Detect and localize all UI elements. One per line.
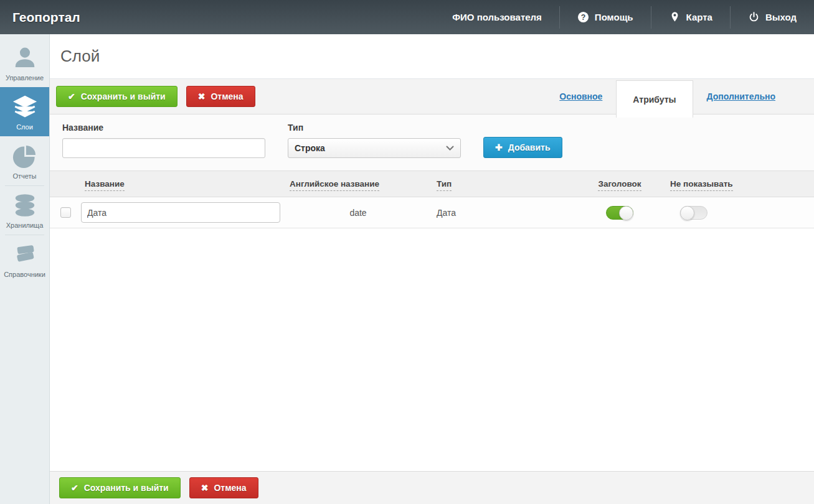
cancel-button[interactable]: ✖ Отмена — [186, 86, 255, 107]
name-input[interactable] — [62, 138, 265, 158]
save-exit-button-bottom[interactable]: ✔ Сохранить и выйти — [59, 477, 181, 498]
help-label: Помощь — [595, 12, 633, 22]
row-checkbox[interactable] — [60, 207, 71, 218]
chevron-down-icon — [446, 146, 454, 151]
add-label: Добавить — [508, 142, 551, 152]
column-header-english-name[interactable]: Английское название — [283, 179, 379, 189]
tab-main[interactable]: Основное — [546, 91, 616, 101]
sidebar-item-label: Управление — [6, 74, 44, 82]
check-icon: ✔ — [71, 483, 78, 492]
map-pin-icon — [669, 11, 681, 23]
sidebar-item-label: Хранилища — [6, 222, 44, 229]
save-exit-button[interactable]: ✔ Сохранить и выйти — [56, 86, 177, 107]
row-english-name: date — [349, 208, 366, 218]
books-icon — [12, 241, 38, 268]
map-button[interactable]: Карта — [651, 0, 730, 34]
row-type: Дата — [433, 208, 573, 218]
attribute-form: Название Тип Строка ✚ Добавить — [50, 114, 814, 170]
cancel-label-bottom: Отмена — [214, 483, 246, 493]
svg-text:?: ? — [581, 13, 586, 22]
pie-chart-icon — [12, 143, 38, 169]
app-header: Геопортал ФИО пользователя ? Помощь Карт… — [0, 0, 814, 34]
sidebar-item-label: Справочники — [4, 271, 45, 278]
toggle-knob — [680, 206, 694, 220]
page-title-bar: Слой — [50, 34, 814, 79]
help-button[interactable]: ? Помощь — [560, 0, 651, 34]
page-title: Слой — [60, 47, 100, 66]
sidebar-item-label: Отчеты — [12, 172, 36, 180]
user-icon — [12, 45, 38, 71]
empty-area — [50, 228, 814, 471]
add-button[interactable]: ✚ Добавить — [483, 137, 562, 158]
tab-additional[interactable]: Дополнительно — [693, 91, 789, 101]
toggle-knob — [619, 206, 633, 220]
column-header-type[interactable]: Тип — [433, 179, 452, 189]
user-name[interactable]: ФИО пользователя — [435, 0, 559, 34]
header-menu: ФИО пользователя ? Помощь Карта Выход — [435, 0, 814, 34]
row-hide-toggle[interactable] — [680, 206, 708, 220]
cross-icon: ✖ — [201, 483, 209, 492]
sidebar-item-layers[interactable]: Слои — [0, 87, 49, 136]
sidebar: Управление Слои Отчеты Хранилища — [0, 34, 50, 504]
name-field-label: Название — [62, 123, 265, 133]
power-icon — [748, 11, 760, 23]
tab-attributes[interactable]: Атрибуты — [616, 80, 693, 118]
user-name-label: ФИО пользователя — [452, 12, 542, 22]
cross-icon: ✖ — [198, 92, 206, 101]
sidebar-item-storages[interactable]: Хранилища — [0, 185, 49, 235]
bottom-toolbar: ✔ Сохранить и выйти ✖ Отмена — [50, 471, 814, 504]
top-toolbar: ✔ Сохранить и выйти ✖ Отмена Основное Ат… — [50, 79, 814, 114]
logout-button[interactable]: Выход — [731, 0, 814, 34]
type-select-value: Строка — [295, 143, 325, 153]
column-header-name[interactable]: Название — [81, 179, 125, 189]
sidebar-item-label: Слои — [16, 123, 33, 131]
tab-bar: Основное Атрибуты Дополнительно — [546, 79, 789, 114]
type-field-label: Тип — [288, 123, 461, 133]
row-header-toggle[interactable] — [606, 206, 633, 220]
attributes-table-header: Название Английское название Тип Заголов… — [50, 170, 814, 197]
sidebar-item-reports[interactable]: Отчеты — [0, 136, 49, 185]
check-icon: ✔ — [68, 92, 75, 101]
row-name-input[interactable] — [81, 202, 280, 223]
column-header-header[interactable]: Заголовок — [598, 179, 641, 189]
logout-label: Выход — [765, 12, 797, 22]
app-title: Геопортал — [0, 10, 80, 25]
sidebar-item-dictionaries[interactable]: Справочники — [0, 235, 49, 284]
cancel-button-bottom[interactable]: ✖ Отмена — [189, 477, 258, 498]
map-label: Карта — [686, 12, 712, 22]
save-exit-label-bottom: Сохранить и выйти — [84, 483, 169, 493]
layers-icon — [12, 94, 38, 120]
help-icon: ? — [577, 11, 589, 23]
cancel-label: Отмена — [211, 91, 243, 101]
database-icon — [12, 192, 38, 218]
plus-icon: ✚ — [495, 143, 503, 152]
column-header-hide[interactable]: Не показывать — [666, 179, 733, 189]
type-select[interactable]: Строка — [288, 138, 461, 158]
table-row: date Дата — [50, 197, 814, 228]
save-exit-label: Сохранить и выйти — [81, 91, 166, 101]
sidebar-item-management[interactable]: Управление — [0, 38, 49, 87]
